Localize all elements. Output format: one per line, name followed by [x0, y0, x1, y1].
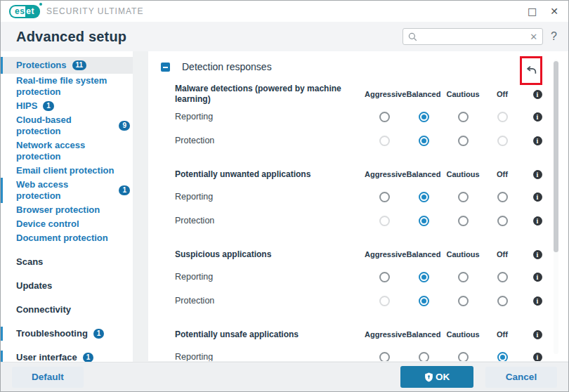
radio-balanced[interactable]: [419, 192, 429, 202]
radio-aggressive[interactable]: [379, 296, 390, 306]
radio-cautious[interactable]: [458, 192, 469, 202]
sidebar-item-browser-protection[interactable]: Browser protection: [1, 203, 133, 217]
titlebar: es et SECURITY ULTIMATE □ ✕: [1, 1, 568, 22]
radio-cautious[interactable]: [458, 352, 469, 362]
group-header: Malware detections (powered by machine l…: [148, 84, 568, 105]
info-icon[interactable]: i: [533, 136, 542, 145]
sidebar-item-email-client-protection[interactable]: Email client protection: [1, 164, 133, 178]
sidebar-item-protections[interactable]: Protections11: [1, 57, 133, 74]
info-icon[interactable]: i: [533, 273, 542, 282]
radio-off[interactable]: [497, 352, 508, 362]
sidebar-item-updates[interactable]: Updates: [1, 279, 133, 293]
radio-aggressive[interactable]: [379, 216, 390, 226]
ok-button[interactable]: OK: [400, 366, 473, 388]
column-header-balanced: Balanced: [404, 330, 443, 339]
radio-aggressive[interactable]: [379, 272, 390, 282]
header: Advanced setup ✕ ?: [1, 22, 568, 51]
radio-off[interactable]: [497, 136, 508, 146]
radio-aggressive[interactable]: [379, 112, 390, 122]
radio-aggressive[interactable]: [379, 192, 390, 202]
radio-cautious[interactable]: [458, 216, 469, 226]
column-header-balanced: Balanced: [404, 250, 443, 259]
main-area: Detection responses Malware detections (…: [133, 51, 568, 362]
search-input[interactable]: [420, 32, 527, 41]
count-badge: 1: [43, 101, 54, 111]
setting-row: Reportingi: [148, 345, 568, 361]
info-icon[interactable]: i: [533, 90, 542, 99]
radio-cautious[interactable]: [458, 136, 469, 146]
radio-off[interactable]: [497, 296, 508, 306]
info-icon[interactable]: i: [533, 192, 542, 202]
help-icon[interactable]: ?: [551, 30, 557, 43]
radio-cell: [443, 352, 483, 362]
sidebar-item-hips[interactable]: HIPS1: [1, 99, 133, 113]
row-label: Protection: [175, 136, 365, 145]
search-box[interactable]: ✕: [403, 28, 543, 45]
scrollbar-thumb[interactable]: [554, 61, 558, 252]
radio-off[interactable]: [497, 192, 508, 202]
revert-to-default-button[interactable]: [523, 63, 539, 79]
radio-cautious[interactable]: [458, 296, 469, 306]
ok-button-label: OK: [436, 372, 450, 382]
sidebar-item-label: Document protection: [16, 233, 108, 244]
scrollbar-track[interactable]: [554, 60, 558, 354]
sidebar-item-network-access-protection[interactable]: Network access protection: [1, 138, 133, 164]
sidebar-item-real-time-file-system-protection[interactable]: Real-time file system protection: [1, 74, 133, 99]
section-title: Detection responses: [182, 61, 272, 72]
radio-cell: [365, 192, 404, 202]
cancel-button[interactable]: Cancel: [485, 367, 557, 388]
count-badge: 11: [72, 60, 87, 70]
radio-cell: [443, 192, 483, 202]
sidebar-item-scans[interactable]: Scans: [1, 255, 133, 269]
revert-highlight-box: [520, 56, 542, 85]
info-icon[interactable]: i: [533, 353, 542, 362]
radio-cautious[interactable]: [458, 112, 469, 122]
info-icon[interactable]: i: [533, 296, 542, 306]
radio-balanced[interactable]: [419, 272, 429, 282]
sidebar-item-connectivity[interactable]: Connectivity: [1, 303, 133, 317]
sidebar-item-web-access-protection[interactable]: Web access protection1: [1, 178, 133, 203]
radio-balanced[interactable]: [419, 136, 429, 146]
info-icon[interactable]: i: [533, 330, 542, 339]
radio-balanced[interactable]: [419, 352, 429, 362]
sidebar-item-cloud-based-protection[interactable]: Cloud-based protection9: [1, 113, 133, 138]
radio-balanced[interactable]: [419, 112, 429, 122]
setting-group: Potentially unsafe applicationsAggressiv…: [148, 324, 568, 361]
column-header-cautious: Cautious: [443, 90, 483, 98]
sidebar-item-troubleshooting[interactable]: Troubleshooting1: [1, 327, 133, 341]
info-icon[interactable]: i: [533, 250, 542, 259]
sidebar-item-document-protection[interactable]: Document protection: [1, 231, 133, 245]
info-cell: i: [522, 250, 553, 259]
column-header-off: Off: [483, 170, 522, 178]
radio-balanced[interactable]: [419, 216, 429, 226]
info-cell: i: [522, 170, 553, 179]
setting-groups: Malware detections (powered by machine l…: [148, 84, 568, 361]
search-clear-icon[interactable]: ✕: [530, 32, 537, 41]
sidebar-item-device-control[interactable]: Device control: [1, 217, 133, 231]
radio-off[interactable]: [497, 216, 508, 226]
sidebar-item-label: Real-time file system protection: [16, 75, 130, 98]
close-button[interactable]: ✕: [550, 6, 558, 16]
radio-aggressive[interactable]: [379, 136, 390, 146]
default-button[interactable]: Default: [12, 367, 84, 388]
info-cell: i: [522, 330, 553, 339]
sidebar-item-label: User interface: [16, 352, 77, 362]
radio-balanced[interactable]: [419, 296, 429, 306]
column-header-cautious: Cautious: [443, 250, 483, 259]
radio-cell: [365, 216, 404, 226]
body: Protections11Real-time file system prote…: [1, 51, 568, 362]
info-icon[interactable]: i: [533, 216, 542, 226]
radio-cautious[interactable]: [458, 272, 469, 282]
sidebar-item-user-interface[interactable]: User interface1: [1, 351, 133, 362]
collapse-minus-icon[interactable]: [161, 63, 170, 72]
radio-off[interactable]: [497, 272, 508, 282]
radio-aggressive[interactable]: [379, 352, 390, 362]
info-icon[interactable]: i: [533, 170, 542, 179]
info-cell: i: [522, 192, 553, 202]
sidebar-item-label: Connectivity: [16, 304, 71, 315]
radio-off[interactable]: [497, 112, 508, 122]
eset-logo-right: et: [25, 5, 40, 18]
info-icon[interactable]: i: [533, 112, 542, 122]
maximize-button[interactable]: □: [528, 6, 537, 16]
undo-icon: [525, 65, 537, 77]
